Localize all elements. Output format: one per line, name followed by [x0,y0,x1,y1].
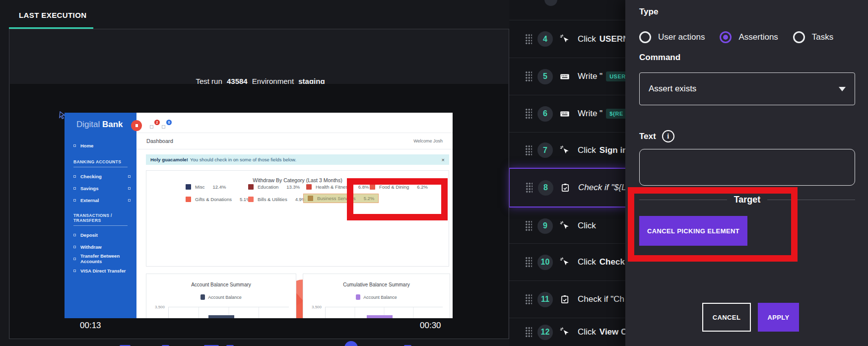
nav-deposit[interactable]: Deposit [65,229,136,241]
welcome-text: Welcome Josh [413,138,443,143]
current-time: 00:13 [80,321,101,331]
account-balance-card: Account Balance Summary Account Balance … [146,274,296,318]
drag-handle-icon[interactable] [525,70,532,82]
tab-last-execution[interactable]: LAST EXECUTION [19,11,86,19]
radio-label: Tasks [812,32,833,42]
step-action-label: Click [578,34,596,44]
step-number-badge: 12 [537,325,553,340]
legend-item: Food & Dining6.2% [370,184,428,190]
command-heading: Command [639,53,680,63]
submenu-icon [128,175,131,178]
type-heading: Type [639,7,658,17]
legend-item: Gifts & Donations5.1% [186,197,251,202]
nav-withdraw[interactable]: Withdraw [65,241,136,253]
video-stage: Digital Bank Home BANKING ACCOUNTS Check… [10,84,508,339]
radio-circle-icon[interactable] [793,31,805,43]
bullet-icon [73,175,76,178]
radio-circle-icon[interactable] [639,31,651,43]
step-action-label: Click [578,327,596,337]
withdraw-chart-card: Withdraw By Category (Last 3 Months) Mis… [146,170,449,267]
nav-checking[interactable]: Checking [65,170,136,182]
nav-transfer-between-accounts[interactable]: Transfer Between Accounts [65,253,136,265]
command-dropdown[interactable]: Assert exists [639,72,855,105]
recorded-cursor-icon [59,111,67,121]
drag-handle-icon[interactable] [525,326,532,338]
cursor-click-icon [559,34,570,45]
bullet-icon [73,270,76,272]
drag-handle-icon[interactable] [525,256,532,268]
cursor-click-icon [559,257,570,268]
nav-home[interactable]: Home [65,139,136,151]
keyboard-icon [559,71,570,82]
bar [367,315,393,318]
submenu-icon [128,199,131,202]
legend-item: Misc12.4% [186,184,226,190]
apply-button[interactable]: APPLY [758,303,799,332]
target-section-heading: Target [639,195,855,205]
bank-alert-banner: Holy guacamole! You should check in on s… [146,154,449,165]
radio-circle-selected-icon[interactable] [720,31,732,43]
drag-handle-icon[interactable] [525,144,532,156]
page-title: Dashboard [146,138,173,144]
bank-logo-bold: Bank [102,120,123,129]
bank-logo-light: Digital [76,120,100,129]
card-title: Account Balance Summary [146,282,296,287]
step-action-label: Click [578,221,596,231]
bullet-icon [73,187,76,190]
keyboard-icon [559,108,570,119]
drag-handle-icon[interactable] [525,220,532,232]
divider [73,225,128,226]
drag-handle-icon[interactable] [525,293,532,305]
legend-item: Bills & Utilities4.9% [248,197,306,202]
text-input-area[interactable] [639,149,855,186]
nav-section-banking: BANKING ACCOUNTS [65,159,136,164]
alert-close-icon[interactable]: × [442,157,445,163]
legend-item: Health & Fitness6.8% [306,184,369,190]
legend-item: Education13.3% [248,184,300,190]
alert-bold-text: Holy guacamole! [150,157,188,162]
assertion-icon [559,294,570,304]
nav-external[interactable]: External [65,194,136,206]
step-number-badge: 10 [537,255,553,270]
execution-panel: Test run 43584 Environment staging This … [9,29,509,339]
legend-swatch [248,184,254,190]
cursor-click-icon [559,327,570,338]
radio-user-actions[interactable]: User actions [639,31,705,43]
cursor-click-icon [559,145,570,156]
bank-main-area: Dashboard Welcome Josh Holy guacamole! Y… [136,113,453,318]
radio-assertions[interactable]: Assertions [720,31,778,43]
text-field-label: Text i [639,130,674,142]
account-balance-mini-chart: 3,500 [168,307,289,318]
step-action-label: Click [578,257,596,267]
legend-item-picked-element[interactable]: Business Services5.2% [303,194,379,203]
chart-title: Withdraw By Category (Last 3 Months) [146,177,449,183]
drag-handle-icon[interactable] [525,108,532,120]
cancel-picking-element-button[interactable]: CANCEL PICKING ELEMENT [639,216,747,246]
axis-tick: 3,500 [312,305,322,309]
bullet-icon [73,199,76,202]
cumulative-balance-card: Cumulative Balance Summary Account Balan… [303,274,450,318]
radio-tasks[interactable]: Tasks [793,31,833,43]
legend-swatch [248,197,254,202]
chevron-down-icon [839,87,846,91]
alert-text: You should check in on some of those fie… [190,157,296,162]
step-target-label: View C [600,327,627,337]
info-icon[interactable]: i [662,130,674,142]
drag-handle-icon[interactable] [525,33,532,45]
submenu-icon [128,187,131,190]
step-number-badge: 6 [537,106,553,122]
legend-swatch [186,184,191,190]
legend-swatch [306,184,312,190]
cancel-button[interactable]: CANCEL [702,303,751,332]
legend-swatch [308,196,313,201]
assertion-icon [560,183,571,193]
nav-visa-direct-transfer[interactable]: VISA Direct Transfer [65,265,136,277]
step-number-badge: 8 [538,180,553,196]
step-number-badge: 11 [537,292,553,307]
nav-savings[interactable]: Savings [65,182,136,194]
playhead-knob[interactable] [344,341,358,346]
step-number-badge: 4 [537,31,553,47]
drag-handle-icon[interactable] [525,182,533,194]
divider [73,167,128,167]
cursor-click-icon [559,220,570,231]
